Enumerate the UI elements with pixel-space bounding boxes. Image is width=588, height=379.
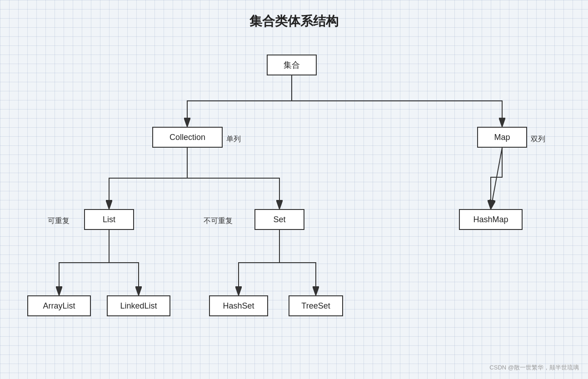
- svg-line-1: [491, 148, 502, 209]
- node-arraylist: ArrayList: [27, 295, 91, 316]
- node-map: Map: [477, 127, 527, 148]
- page-title: 集合类体系结构: [249, 13, 339, 30]
- label-double: 双列: [531, 135, 545, 144]
- node-list: List: [84, 209, 134, 230]
- node-treeset: TreeSet: [289, 295, 343, 316]
- node-hashmap: HashMap: [459, 209, 523, 230]
- node-linkedlist: LinkedList: [107, 295, 170, 316]
- node-collection: Collection: [152, 127, 223, 148]
- node-hashset: HashSet: [209, 295, 268, 316]
- node-jihe: 集合: [267, 55, 317, 75]
- label-repeatable: 可重复: [48, 216, 70, 226]
- label-single: 单列: [226, 135, 241, 144]
- label-not-repeatable: 不可重复: [204, 216, 233, 226]
- watermark: CSDN @散一世繁华，颠半世琉璃: [489, 364, 579, 372]
- node-set: Set: [254, 209, 304, 230]
- diagram-container: 集合类体系结构: [0, 0, 588, 379]
